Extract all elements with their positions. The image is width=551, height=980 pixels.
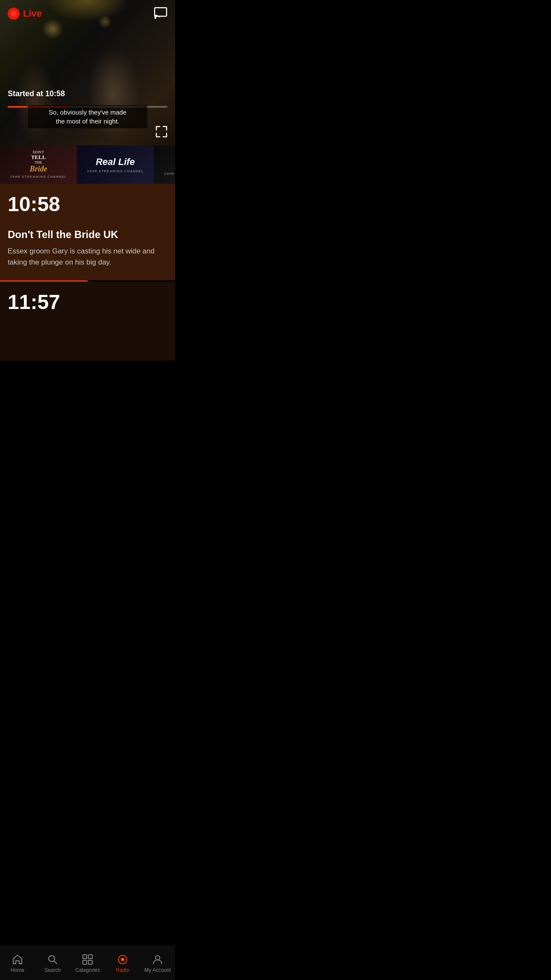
started-at-label: Started at 10:58: [8, 89, 65, 98]
channel-overlay-realstories: REAL STORIES 24HR STREAMING CHANNEL: [154, 145, 175, 184]
fullscreen-button[interactable]: [155, 126, 167, 139]
live-badge: Live: [8, 8, 42, 20]
current-programme-time: 10:58: [8, 192, 167, 216]
next-programme-section: 11:57 Don't Tell the Bride UK cont.: [0, 282, 175, 361]
svg-point-1: [155, 17, 156, 19]
channel-badge-realstories: 24HR STREAMING CHANNEL: [164, 172, 175, 176]
subtitle-line1: So, obviously they've made: [49, 109, 126, 116]
video-player[interactable]: Live Started at 10:58 So, obviously they…: [0, 0, 175, 145]
cast-icon: [154, 7, 167, 19]
channel-overlay-bride: DON'T TELL THE Bride 24HR STREAMING CHAN…: [0, 145, 77, 184]
channel-bar[interactable]: DON'T TELL THE Bride 24HR STREAMING CHAN…: [0, 145, 175, 184]
live-label: Live: [23, 8, 42, 19]
channel-item-bride[interactable]: DON'T TELL THE Bride 24HR STREAMING CHAN…: [0, 145, 77, 184]
channel-badge-bride: 24HR STREAMING CHANNEL: [10, 175, 67, 179]
live-indicator-dot: [8, 8, 20, 20]
current-programme-details: Don't Tell the Bride UK Essex groom Gary…: [8, 229, 167, 268]
cast-button[interactable]: [154, 7, 167, 21]
next-programme-time: 11:57: [8, 290, 167, 314]
channel-item-realstories[interactable]: REAL STORIES 24HR STREAMING CHANNEL: [154, 145, 175, 184]
current-programme-title: Don't Tell the Bride UK: [8, 229, 167, 241]
subtitle-line2: the most of their night.: [56, 118, 119, 125]
current-programme-section: 10:58 Don't Tell the Bride UK Essex groo…: [0, 184, 175, 280]
current-programme-description: Essex groom Gary is casting his net wide…: [8, 246, 167, 268]
channel-badge-reallife: 24HR STREAMING CHANNEL: [87, 169, 144, 173]
channel-overlay-reallife: Real Life 24HR STREAMING CHANNEL: [77, 145, 154, 184]
channel-logo-bride: DON'T TELL THE Bride: [29, 150, 47, 174]
channel-logo-reallife: Real Life: [96, 156, 135, 168]
bottom-spacer: [0, 361, 175, 399]
fullscreen-icon: [155, 126, 167, 138]
channel-item-reallife[interactable]: Real Life 24HR STREAMING CHANNEL: [77, 145, 154, 184]
subtitle: So, obviously they've made the most of t…: [28, 105, 147, 128]
